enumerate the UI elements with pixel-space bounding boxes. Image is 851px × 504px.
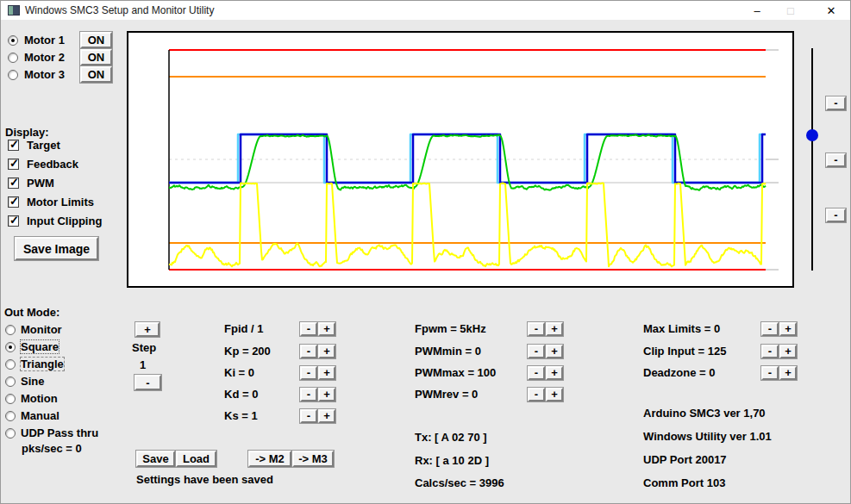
settings-status-text: Settings have been saved (136, 473, 273, 486)
fpwm-label: Fpwm = 5kHz (415, 322, 486, 335)
close-button[interactable]: ✕ (817, 1, 845, 20)
side-minus-button-1[interactable]: - (826, 96, 846, 110)
kp-minus-button[interactable]: - (300, 345, 317, 358)
ki-label: Ki = 0 (224, 366, 254, 379)
scope-display (127, 31, 794, 288)
max-limits-minus-button[interactable]: - (761, 322, 779, 336)
title-bar: Windows SMC3 Setup and Monitor Utility –… (1, 1, 851, 20)
out-mode-motion-label: Motion (21, 392, 58, 405)
ks-plus-button[interactable]: + (318, 409, 335, 423)
clip-input-minus-button[interactable]: - (761, 345, 779, 358)
fpwm-plus-button[interactable]: + (546, 322, 563, 336)
arduino-version-text: Arduino SMC3 ver 1,70 (643, 407, 766, 420)
copy-to-m3-button[interactable]: -> M3 (292, 451, 334, 467)
out-mode-triangle-label: Triangle (21, 358, 64, 370)
pwmrev-plus-button[interactable]: + (546, 388, 563, 401)
kp-plus-button[interactable]: + (318, 345, 335, 358)
pwmmin-label: PWMmin = 0 (415, 345, 481, 358)
pwmmin-plus-button[interactable]: + (546, 345, 563, 358)
kd-minus-button[interactable]: - (300, 388, 317, 401)
target-checkbox[interactable] (8, 140, 19, 151)
minimize-button[interactable]: – (743, 1, 771, 20)
clip-input-label: Clip Input = 125 (643, 345, 726, 358)
out-mode-manual-label: Manual (21, 409, 59, 422)
position-slider-thumb[interactable] (806, 129, 818, 141)
out-mode-sine-label: Sine (21, 375, 44, 388)
udp-port-text: UDP Port 20017 (643, 453, 727, 466)
motor2-label: Motor 2 (24, 51, 65, 64)
smc3-utility-window: { "window": { "title": "Windows SMC3 Set… (0, 0, 851, 504)
out-mode-monitor-label: Monitor (21, 323, 62, 336)
pwmmax-plus-button[interactable]: + (546, 366, 563, 380)
step-label: Step (132, 341, 156, 354)
calcs-per-sec-value: Calcs/sec = 3996 (415, 476, 504, 489)
copy-to-m2-button[interactable]: -> M2 (248, 451, 291, 467)
step-minus-button[interactable]: - (135, 375, 161, 390)
out-mode-triangle-radio[interactable] (5, 359, 16, 370)
out-mode-section-title: Out Mode: (4, 306, 59, 319)
motor3-radio[interactable] (8, 70, 18, 80)
position-slider-track[interactable] (811, 48, 813, 271)
out-mode-square-radio[interactable] (5, 342, 16, 352)
fpid-minus-button[interactable]: - (300, 322, 317, 336)
fpid-label: Fpid / 1 (224, 322, 264, 335)
load-button[interactable]: Load (176, 451, 216, 467)
windows-utility-version-text: Windows Utility ver 1.01 (643, 430, 772, 443)
side-minus-button-3[interactable]: - (826, 208, 846, 222)
out-mode-udp-radio[interactable] (5, 428, 16, 439)
out-mode-udp-label: UDP Pass thru (21, 426, 98, 439)
feedback-checkbox[interactable] (8, 159, 19, 170)
step-value: 1 (140, 358, 146, 371)
window-title: Windows SMC3 Setup and Monitor Utility (25, 4, 214, 16)
fpwm-minus-button[interactable]: - (528, 322, 545, 336)
input-clipping-checkbox[interactable] (8, 215, 19, 227)
ki-minus-button[interactable]: - (300, 366, 317, 380)
pwmmax-label: PWMmax = 100 (415, 366, 496, 379)
motor1-radio[interactable] (8, 35, 18, 46)
motor1-on-button[interactable]: ON (80, 32, 112, 48)
motor2-on-button[interactable]: ON (80, 49, 112, 65)
feedback-checkbox-label: Feedback (27, 158, 78, 171)
app-icon (8, 5, 20, 16)
pwm-checkbox[interactable] (8, 177, 19, 189)
kd-plus-button[interactable]: + (318, 388, 335, 401)
motor3-label: Motor 3 (24, 68, 65, 81)
max-limits-plus-button[interactable]: + (779, 322, 797, 336)
motor-limits-checkbox[interactable] (8, 196, 19, 208)
deadzone-label: Deadzone = 0 (643, 366, 715, 379)
out-mode-sine-radio[interactable] (5, 376, 16, 387)
pwmrev-label: PWMrev = 0 (415, 388, 478, 401)
pwmmin-minus-button[interactable]: - (528, 345, 545, 358)
motor-limits-checkbox-label: Motor Limits (27, 196, 94, 208)
comm-port-text: Comm Port 103 (643, 476, 725, 489)
motor3-on-button[interactable]: ON (80, 66, 112, 83)
max-limits-label: Max Limits = 0 (643, 322, 720, 335)
scope-svg (128, 33, 792, 286)
motor2-radio[interactable] (8, 53, 18, 63)
clip-input-plus-button[interactable]: + (779, 345, 797, 358)
target-checkbox-label: Target (27, 139, 60, 152)
out-mode-monitor-radio[interactable] (5, 325, 16, 335)
pwm-checkbox-label: PWM (27, 177, 54, 190)
deadzone-plus-button[interactable]: + (779, 366, 797, 380)
deadzone-minus-button[interactable]: - (761, 366, 779, 380)
out-mode-motion-radio[interactable] (5, 394, 16, 404)
step-plus-button[interactable]: + (135, 322, 160, 337)
ki-plus-button[interactable]: + (318, 366, 335, 380)
ks-label: Ks = 1 (224, 409, 258, 422)
pwmrev-minus-button[interactable]: - (528, 388, 545, 401)
kp-label: Kp = 200 (224, 345, 271, 358)
rx-value: Rx: [ a 10 2D ] (415, 454, 489, 467)
save-image-button[interactable]: Save Image (15, 237, 98, 260)
out-mode-square-label: Square (21, 340, 59, 353)
pks-per-sec-value: pks/sec = 0 (22, 442, 82, 455)
tx-value: Tx: [ A 02 70 ] (415, 431, 487, 444)
kd-label: Kd = 0 (224, 388, 258, 401)
out-mode-manual-radio[interactable] (5, 411, 16, 421)
display-section-title: Display: (5, 126, 49, 139)
ks-minus-button[interactable]: - (300, 409, 317, 423)
pwmmax-minus-button[interactable]: - (528, 366, 545, 380)
save-button[interactable]: Save (136, 451, 175, 467)
side-minus-button-2[interactable]: - (826, 153, 846, 167)
fpid-plus-button[interactable]: + (318, 322, 335, 336)
